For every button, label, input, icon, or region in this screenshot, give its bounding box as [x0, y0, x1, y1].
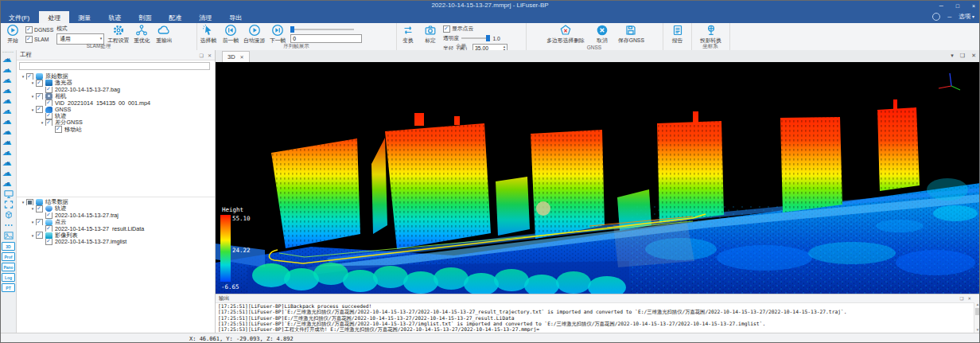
- checkbox-icon[interactable]: [26, 199, 33, 205]
- view-pt-button[interactable]: PT: [2, 283, 15, 292]
- expander-icon[interactable]: [29, 233, 36, 238]
- view-log-button[interactable]: Log: [2, 273, 15, 282]
- project-filter-input[interactable]: [19, 62, 210, 70]
- checkbox-icon[interactable]: [36, 205, 43, 212]
- close-panel-icon[interactable]: ✕: [208, 53, 212, 58]
- checkbox-icon[interactable]: [45, 99, 52, 106]
- cloud-realtime-icon[interactable]: R: [2, 178, 16, 189]
- file-menu[interactable]: 文件(F): [1, 11, 39, 23]
- more-icon[interactable]: [2, 220, 16, 230]
- point-cloud-canvas[interactable]: Height 55.10 24.22 -6.65: [216, 62, 980, 294]
- slider-handle[interactable]: [290, 26, 294, 33]
- start-button[interactable]: 开始: [3, 24, 22, 45]
- auto-play-button[interactable]: 自动漫游: [243, 24, 265, 45]
- tree-item-traj-file[interactable]: 2022-10-14-15-13-27.traj: [17, 212, 215, 219]
- expander-icon[interactable]: [29, 206, 36, 211]
- tab-profile[interactable]: 剖面: [130, 11, 160, 23]
- tree-item-image-list[interactable]: 影像列表: [17, 232, 215, 238]
- save-gnss-button[interactable]: 保存GNSS: [618, 24, 644, 45]
- transform-button[interactable]: 变换: [399, 24, 418, 45]
- output-scrollbar[interactable]: ▲ ▼: [974, 302, 980, 333]
- tree-item-gnss[interactable]: GNSS: [17, 106, 215, 112]
- tab-process[interactable]: 处理: [39, 11, 69, 23]
- tree-item-bag-file[interactable]: 2022-10-14-15-13-27.bag: [17, 87, 215, 93]
- minimize-button[interactable]: ─: [939, 3, 943, 9]
- tab-measure[interactable]: 测量: [69, 11, 99, 23]
- tab-export[interactable]: 导出: [220, 11, 251, 23]
- float-panel-icon[interactable]: ❏: [959, 296, 963, 301]
- expander-icon[interactable]: [20, 200, 26, 205]
- report-button[interactable]: 报告: [668, 24, 687, 45]
- tree-item-pointcloud[interactable]: 点云: [17, 219, 215, 225]
- checkbox-icon[interactable]: [45, 113, 52, 119]
- options-button[interactable]: 选项: [959, 13, 974, 21]
- opacity-slider[interactable]: [461, 37, 490, 39]
- cancel-button[interactable]: 取消: [593, 24, 612, 45]
- reexport-button[interactable]: 重输出: [154, 24, 173, 45]
- expander-icon[interactable]: [20, 74, 26, 79]
- expander-icon[interactable]: [39, 120, 45, 125]
- select-frame-button[interactable]: 选择帧: [199, 24, 218, 45]
- float-panel-icon[interactable]: ❏: [200, 53, 204, 58]
- tab-clean[interactable]: 清理: [190, 11, 220, 23]
- close-panel-icon[interactable]: ✕: [971, 53, 976, 59]
- view-profile-button[interactable]: Prof: [2, 252, 15, 261]
- help-icon[interactable]: [932, 13, 940, 21]
- tab-registration[interactable]: 配准: [160, 11, 190, 23]
- tree-item-rover[interactable]: 移动站: [17, 126, 215, 132]
- checkbox-icon[interactable]: [36, 106, 43, 112]
- show-pointcloud-checkbox[interactable]: 显示点云: [443, 25, 508, 33]
- expander-icon[interactable]: [29, 94, 36, 99]
- wireframe-cube-icon[interactable]: [2, 209, 16, 220]
- projection-transform-button[interactable]: 投影转换: [700, 24, 721, 45]
- tree-item-diff-gnss[interactable]: 差分GNSS: [17, 119, 215, 126]
- tree-item-laser[interactable]: 激光器: [17, 80, 215, 86]
- view-3d-button[interactable]: 3D: [2, 242, 15, 251]
- checkbox-icon[interactable]: [45, 212, 52, 219]
- checkbox-icon[interactable]: [45, 225, 52, 232]
- tab-3d-view[interactable]: 3D ✕: [222, 51, 250, 62]
- checkbox-icon[interactable]: [36, 93, 43, 99]
- expander-icon[interactable]: [29, 220, 36, 224]
- expander-icon[interactable]: [29, 80, 36, 85]
- checkbox-icon[interactable]: [45, 87, 52, 93]
- checkbox-icon[interactable]: [36, 219, 43, 225]
- maximize-button[interactable]: □: [956, 3, 959, 9]
- frame-number-input[interactable]: [290, 34, 362, 43]
- tree-item-result-root[interactable]: 结果数据: [17, 199, 215, 205]
- checkbox-icon[interactable]: [55, 126, 62, 132]
- collapse-ribbon-icon[interactable]: ─: [947, 14, 951, 20]
- tree-item-lidata-file[interactable]: 2022-10-14-15-13-27_result.LiData: [17, 225, 215, 232]
- tree-item-mp4-file[interactable]: VID_20221014_154135_00_001.mp4: [17, 99, 215, 106]
- tree-item-camera[interactable]: 相机: [17, 93, 215, 99]
- polygon-select-delete-button[interactable]: 多边形选择删除: [545, 24, 586, 45]
- next-frame-button[interactable]: 下一帧: [268, 24, 287, 45]
- checkbox-icon[interactable]: [45, 119, 52, 126]
- dgnss-checkbox[interactable]: DGNSS: [25, 26, 53, 33]
- scroll-up-icon[interactable]: ▲: [976, 302, 979, 307]
- slider-handle[interactable]: [486, 35, 490, 41]
- checkbox-icon[interactable]: [26, 73, 33, 80]
- close-panel-icon[interactable]: ✕: [967, 296, 971, 301]
- tree-item-result-track[interactable]: 轨迹: [17, 205, 215, 212]
- tree-item-raw-root[interactable]: 原始数据: [17, 73, 215, 80]
- slam-checkbox[interactable]: SLAM: [25, 36, 53, 43]
- image-icon[interactable]: [2, 230, 16, 240]
- checkbox-icon[interactable]: [36, 80, 43, 86]
- scrollbar-thumb[interactable]: [975, 308, 980, 315]
- expander-icon[interactable]: [29, 107, 36, 112]
- close-tab-icon[interactable]: ✕: [240, 54, 244, 60]
- tree-item-track[interactable]: 轨迹: [17, 113, 215, 119]
- prev-frame-button[interactable]: 前一帧: [221, 24, 240, 45]
- float-panel-icon[interactable]: ❏: [960, 53, 965, 59]
- close-button[interactable]: ×: [972, 3, 975, 9]
- tab-trajectory[interactable]: 轨迹: [99, 11, 130, 23]
- project-settings-button[interactable]: 工程设置: [107, 24, 129, 45]
- checkbox-icon[interactable]: [36, 232, 43, 238]
- dropdown-icon[interactable]: ▾: [951, 53, 954, 59]
- frame-slider[interactable]: [290, 29, 354, 30]
- checkbox-icon[interactable]: [45, 239, 52, 245]
- view-pano-button[interactable]: Pano: [2, 263, 15, 271]
- tree-item-imglist-file[interactable]: 2022-10-14-15-13-27.imglist: [17, 239, 215, 245]
- display-icon[interactable]: [2, 189, 16, 199]
